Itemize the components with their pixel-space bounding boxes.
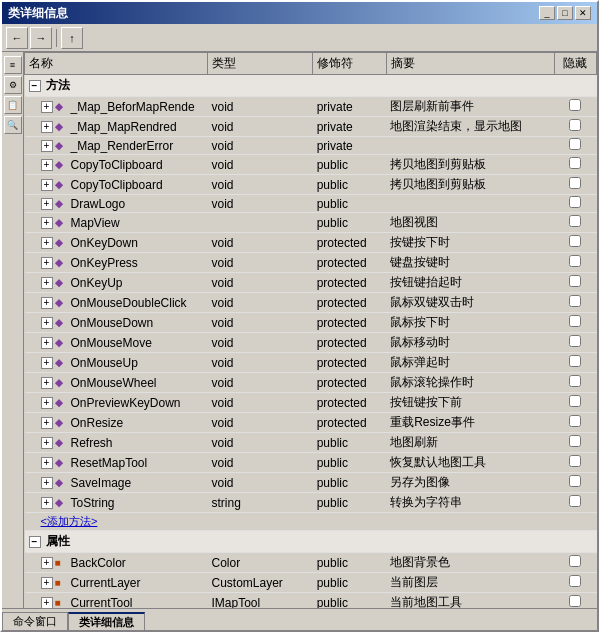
hide-checkbox[interactable] (569, 555, 581, 567)
sidebar-btn-2[interactable]: ⚙ (4, 76, 22, 94)
table-row[interactable]: +◆ResetMapToolvoidpublic恢复默认地图工具 (25, 453, 597, 473)
row-hide-cell[interactable] (554, 593, 596, 609)
row-hide-cell[interactable] (554, 453, 596, 473)
table-row[interactable]: +◆ToStringstringpublic转换为字符串 (25, 493, 597, 513)
minimize-button[interactable]: _ (539, 6, 555, 20)
table-row[interactable]: +◆DrawLogovoidpublic (25, 195, 597, 213)
tree-expand-0-11[interactable]: + (41, 317, 53, 329)
row-hide-cell[interactable] (554, 473, 596, 493)
tree-expand-0-19[interactable]: + (41, 477, 53, 489)
hide-checkbox[interactable] (569, 235, 581, 247)
row-hide-cell[interactable] (554, 137, 596, 155)
row-hide-cell[interactable] (554, 373, 596, 393)
hide-checkbox[interactable] (569, 475, 581, 487)
hide-checkbox[interactable] (569, 375, 581, 387)
row-hide-cell[interactable] (554, 233, 596, 253)
hide-checkbox[interactable] (569, 275, 581, 287)
row-hide-cell[interactable] (554, 273, 596, 293)
hide-checkbox[interactable] (569, 119, 581, 131)
row-hide-cell[interactable] (554, 97, 596, 117)
tree-expand-0-7[interactable]: + (41, 237, 53, 249)
row-hide-cell[interactable] (554, 513, 596, 531)
tree-expand-0-1[interactable]: + (41, 121, 53, 133)
row-hide-cell[interactable] (554, 393, 596, 413)
row-hide-cell[interactable] (554, 313, 596, 333)
tree-expand-0-9[interactable]: + (41, 277, 53, 289)
sidebar-btn-3[interactable]: 📋 (4, 96, 22, 114)
forward-button[interactable]: → (30, 27, 52, 49)
table-row[interactable]: +◆OnPreviewKeyDownvoidprotected按钮键按下前 (25, 393, 597, 413)
table-row[interactable]: +◆MapViewpublic地图视图 (25, 213, 597, 233)
tree-expand-1-2[interactable]: + (41, 597, 53, 608)
row-hide-cell[interactable] (554, 413, 596, 433)
table-row[interactable]: <添加方法> (25, 513, 597, 531)
hide-checkbox[interactable] (569, 455, 581, 467)
hide-checkbox[interactable] (569, 355, 581, 367)
table-row[interactable]: +◆OnKeyPressvoidprotected键盘按键时 (25, 253, 597, 273)
tree-expand-0-18[interactable]: + (41, 457, 53, 469)
tree-expand-0-0[interactable]: + (41, 101, 53, 113)
hide-checkbox[interactable] (569, 215, 581, 227)
table-row[interactable]: +◆SaveImagevoidpublic另存为图像 (25, 473, 597, 493)
table-row[interactable]: +■BackColorColorpublic地图背景色 (25, 553, 597, 573)
up-button[interactable]: ↑ (61, 27, 83, 49)
row-hide-cell[interactable] (554, 353, 596, 373)
row-hide-cell[interactable] (554, 433, 596, 453)
hide-checkbox[interactable] (569, 575, 581, 587)
hide-checkbox[interactable] (569, 435, 581, 447)
tree-expand-0-6[interactable]: + (41, 217, 53, 229)
table-row[interactable]: +◆OnMouseDoubleClickvoidprotected鼠标双键双击时 (25, 293, 597, 313)
maximize-button[interactable]: □ (557, 6, 573, 20)
hide-checkbox[interactable] (569, 315, 581, 327)
hide-checkbox[interactable] (569, 595, 581, 607)
row-hide-cell[interactable] (554, 553, 596, 573)
row-hide-cell[interactable] (554, 253, 596, 273)
table-row[interactable]: +◆CopyToClipboardvoidpublic拷贝地图到剪贴板 (25, 155, 597, 175)
row-hide-cell[interactable] (554, 155, 596, 175)
table-row[interactable]: +■CurrentToolIMapToolpublic当前地图工具 (25, 593, 597, 609)
table-row[interactable]: +◆OnKeyUpvoidprotected按钮键抬起时 (25, 273, 597, 293)
tab-class-details[interactable]: 类详细信息 (68, 612, 145, 630)
row-hide-cell[interactable] (554, 293, 596, 313)
section-expand-1[interactable]: − (29, 536, 41, 548)
tree-expand-0-10[interactable]: + (41, 297, 53, 309)
sidebar-btn-4[interactable]: 🔍 (4, 116, 22, 134)
tree-expand-0-4[interactable]: + (41, 179, 53, 191)
tree-expand-0-3[interactable]: + (41, 159, 53, 171)
table-row[interactable]: +■CurrentLayerCustomLayerpublic当前图层 (25, 573, 597, 593)
hide-checkbox[interactable] (569, 138, 581, 150)
tree-expand-0-14[interactable]: + (41, 377, 53, 389)
tree-expand-0-20[interactable]: + (41, 497, 53, 509)
row-hide-cell[interactable] (554, 117, 596, 137)
tab-command-window[interactable]: 命令窗口 (2, 612, 68, 630)
table-row[interactable]: +◆OnMouseWheelvoidprotected鼠标滚轮操作时 (25, 373, 597, 393)
row-hide-cell[interactable] (554, 493, 596, 513)
table-row[interactable]: +◆OnResizevoidprotected重载Resize事件 (25, 413, 597, 433)
table-container[interactable]: 名称 类型 修饰符 摘要 隐藏 − 方法 +◆_Map_BeforMapRend… (24, 52, 597, 608)
table-row[interactable]: +◆OnMouseMovevoidprotected鼠标移动时 (25, 333, 597, 353)
hide-checkbox[interactable] (569, 395, 581, 407)
tree-expand-0-12[interactable]: + (41, 337, 53, 349)
table-row[interactable]: +◆Refreshvoidpublic地图刷新 (25, 433, 597, 453)
tree-expand-0-15[interactable]: + (41, 397, 53, 409)
row-hide-cell[interactable] (554, 175, 596, 195)
hide-checkbox[interactable] (569, 255, 581, 267)
hide-checkbox[interactable] (569, 295, 581, 307)
back-button[interactable]: ← (6, 27, 28, 49)
table-row[interactable]: +◆_Map_RenderErrorvoidprivate (25, 137, 597, 155)
tree-expand-0-2[interactable]: + (41, 140, 53, 152)
row-hide-cell[interactable] (554, 195, 596, 213)
tree-expand-0-16[interactable]: + (41, 417, 53, 429)
section-expand-0[interactable]: − (29, 80, 41, 92)
row-hide-cell[interactable] (554, 333, 596, 353)
hide-checkbox[interactable] (569, 415, 581, 427)
hide-checkbox[interactable] (569, 335, 581, 347)
table-row[interactable]: +◆CopyToClipboardvoidpublic拷贝地图到剪贴板 (25, 175, 597, 195)
tree-expand-0-8[interactable]: + (41, 257, 53, 269)
close-button[interactable]: ✕ (575, 6, 591, 20)
table-row[interactable]: +◆OnMouseDownvoidprotected鼠标按下时 (25, 313, 597, 333)
row-hide-cell[interactable] (554, 573, 596, 593)
add-link-0[interactable]: <添加方法> (41, 515, 98, 527)
table-row[interactable]: +◆_Map_BeforMapRendevoidprivate图层刷新前事件 (25, 97, 597, 117)
tree-expand-1-1[interactable]: + (41, 577, 53, 589)
